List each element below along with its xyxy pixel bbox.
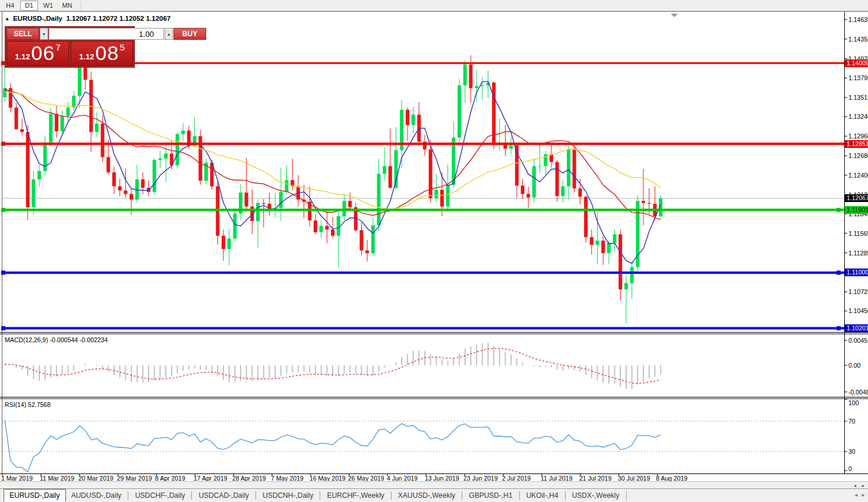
candle bbox=[642, 201, 645, 203]
scroll-right-icon[interactable]: ► bbox=[860, 482, 867, 488]
macd-label: MACD(12,26,9) -0.000544 -0.002234 bbox=[5, 336, 108, 343]
timeframe-button-w1[interactable]: W1 bbox=[39, 1, 57, 11]
tab-audusd-daily[interactable]: AUDUSD-,Daily bbox=[66, 490, 127, 501]
candle bbox=[538, 166, 542, 167]
candle bbox=[101, 124, 105, 157]
candle bbox=[325, 226, 329, 229]
buy-price-prefix: 1.12 bbox=[79, 51, 94, 63]
buy-button[interactable]: BUY bbox=[173, 28, 206, 40]
macd-axis-tick: 0.00 bbox=[848, 362, 860, 369]
price-axis-tick: 1.14635 bbox=[848, 16, 868, 23]
level-handle[interactable] bbox=[1, 270, 5, 274]
level-handle[interactable] bbox=[1, 142, 5, 146]
candle bbox=[176, 134, 179, 166]
chart-shift-icon[interactable] bbox=[671, 14, 678, 17]
tab-scroll-right-icon[interactable]: ► bbox=[861, 492, 866, 498]
candle bbox=[578, 188, 582, 197]
level-handle[interactable] bbox=[1, 326, 5, 330]
candle bbox=[285, 180, 289, 192]
tab-scroll-left-icon[interactable]: ◄ bbox=[854, 492, 858, 498]
one-click-trade-panel: SELL ▼ ▲ BUY 1.12067 1.12085 bbox=[5, 26, 135, 68]
candle bbox=[124, 191, 127, 194]
price-axis-tick: 1.11285 bbox=[848, 250, 868, 257]
buy-price-button[interactable]: 1.12085 bbox=[71, 41, 133, 66]
tab-separator bbox=[128, 491, 128, 500]
candle bbox=[567, 150, 570, 187]
tab-separator bbox=[519, 491, 520, 500]
rsi-axis-tick: 70 bbox=[848, 418, 856, 425]
candle bbox=[222, 236, 225, 249]
volume-increase-icon[interactable]: ▲ bbox=[165, 28, 173, 40]
level-handle[interactable] bbox=[1, 208, 5, 212]
timeframe-button-h4[interactable]: H4 bbox=[1, 1, 19, 11]
chart-window: ▲EURUSD-,Daily 1.12067 1.12072 1.12052 1… bbox=[0, 0, 868, 502]
candle bbox=[377, 174, 381, 226]
candle bbox=[555, 162, 559, 196]
tab-ukoil-h4[interactable]: UKOil-,H4 bbox=[521, 490, 564, 501]
candle bbox=[365, 251, 369, 254]
candle bbox=[618, 235, 622, 290]
candle bbox=[262, 203, 266, 204]
price-axis-tick: 1.10450 bbox=[848, 307, 868, 314]
candle bbox=[434, 190, 438, 198]
rsi-line bbox=[5, 420, 661, 472]
chart-quote-line: 1.12067 1.12072 1.12052 1.12067 bbox=[66, 15, 171, 22]
candle bbox=[14, 108, 18, 129]
chart-canvas[interactable] bbox=[0, 0, 868, 502]
candle bbox=[49, 114, 53, 143]
timeframe-button-mn[interactable]: MN bbox=[58, 1, 76, 11]
tab-separator bbox=[565, 491, 566, 500]
candle bbox=[359, 231, 363, 251]
horizontal-scrollbar[interactable]: ◄ ► bbox=[0, 481, 868, 488]
tab-separator bbox=[255, 491, 256, 500]
tab-gbpusd-h1[interactable]: GBPUSD-,H1 bbox=[463, 490, 517, 501]
tab-usdchf-daily[interactable]: USDCHF-,Daily bbox=[130, 490, 190, 501]
volume-input[interactable] bbox=[49, 28, 164, 40]
tab-eurchf-weekly[interactable]: EURCHF-,Weekly bbox=[321, 490, 389, 501]
candle bbox=[245, 192, 248, 206]
candle bbox=[521, 185, 525, 194]
price-axis-tick: 1.10725 bbox=[848, 288, 868, 295]
candle bbox=[573, 150, 576, 189]
scroll-left-icon[interactable]: ◄ bbox=[851, 482, 858, 488]
chart-title: ▲EURUSD-,Daily 1.12067 1.12072 1.12052 1… bbox=[5, 15, 171, 22]
tab-usdcnh-daily[interactable]: USDCNH-,Daily bbox=[257, 490, 318, 501]
tab-usdx-weekly[interactable]: USDX-,Weekly bbox=[567, 490, 625, 501]
candle bbox=[130, 194, 133, 200]
sell-price-prefix: 1.12 bbox=[15, 51, 30, 63]
tab-xauusd-weekly[interactable]: XAUUSD-,Weekly bbox=[393, 490, 460, 501]
chart-collapse-icon[interactable]: ▲ bbox=[5, 16, 10, 21]
candle bbox=[515, 146, 519, 186]
volume-decrease-icon[interactable]: ▼ bbox=[40, 28, 48, 40]
symbol-tab-bar: EURUSD-,DailyAUDUSD-,DailyUSDCHF-,DailyU… bbox=[0, 488, 868, 502]
candle bbox=[561, 187, 564, 196]
level-handle[interactable] bbox=[837, 270, 841, 274]
chart-symbol-label: EURUSD-,Daily bbox=[13, 15, 62, 22]
candle bbox=[440, 190, 444, 207]
candle bbox=[256, 203, 260, 222]
candle bbox=[475, 86, 478, 89]
price-axis-tick: 1.13795 bbox=[848, 74, 868, 81]
level-handle[interactable] bbox=[837, 208, 841, 212]
candle bbox=[532, 166, 536, 198]
candle bbox=[429, 150, 433, 198]
level-handle[interactable] bbox=[837, 326, 841, 330]
candle bbox=[601, 241, 605, 253]
tab-eurusd-daily[interactable]: EURUSD-,Daily bbox=[4, 489, 66, 502]
timeframe-button-d1[interactable]: D1 bbox=[20, 1, 38, 11]
candle bbox=[228, 239, 231, 250]
sell-price-button[interactable]: 1.12067 bbox=[7, 41, 69, 66]
rsi-axis-tick: 0 bbox=[848, 465, 852, 472]
tab-separator bbox=[320, 491, 320, 500]
candle bbox=[153, 160, 156, 192]
candle bbox=[181, 131, 185, 134]
candle bbox=[320, 226, 323, 232]
tab-usdcad-daily[interactable]: USDCAD-,Daily bbox=[193, 490, 254, 501]
rsi-axis-tick: 30 bbox=[848, 448, 856, 455]
candle bbox=[20, 130, 24, 132]
price-axis-tick: 1.11565 bbox=[848, 230, 868, 237]
candle bbox=[371, 225, 375, 253]
sell-price-big: 06 bbox=[31, 43, 55, 63]
candle bbox=[383, 166, 386, 174]
sell-button[interactable]: SELL bbox=[7, 28, 39, 40]
